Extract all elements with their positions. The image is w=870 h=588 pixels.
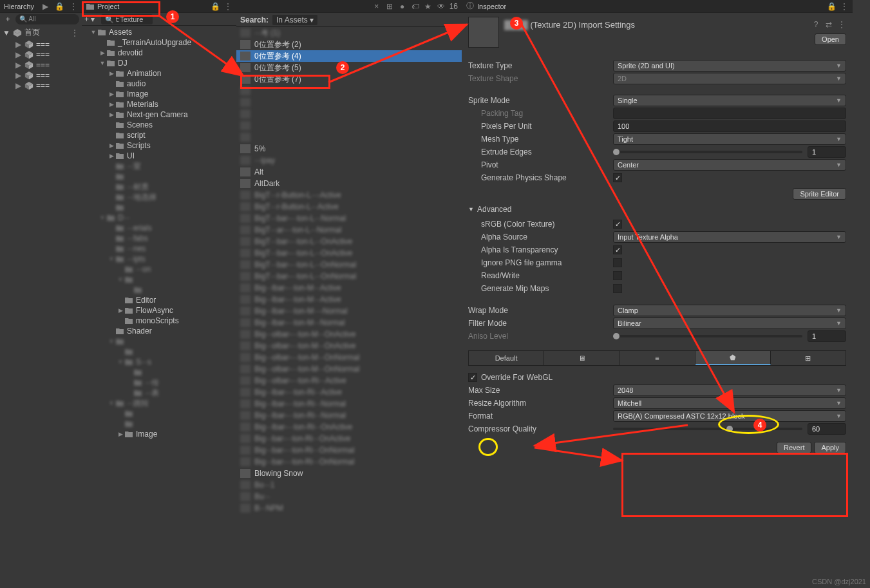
search-result-item[interactable]: Big···lbar-···ton-Ri···Normal xyxy=(236,410,462,421)
tree-item[interactable]: script xyxy=(82,130,236,140)
search-result-item[interactable]: B···NPM xyxy=(236,502,462,514)
search-result-item[interactable]: Big···lbar-···ton-M···Active xyxy=(236,294,462,305)
packing-tag-input[interactable] xyxy=(613,108,846,119)
readwrite-checkbox[interactable] xyxy=(613,271,622,280)
platform-tab-windows[interactable]: ⊞ xyxy=(771,351,846,365)
filter-icon[interactable]: ● xyxy=(398,2,407,11)
hidden-icon[interactable]: 👁 xyxy=(437,2,446,11)
search-result-item[interactable]: Bo···1 xyxy=(236,479,462,491)
lock-icon[interactable]: 🔒 xyxy=(827,2,836,11)
link-icon[interactable]: ▶ xyxy=(41,2,50,11)
search-result-item[interactable]: ···考 (1) xyxy=(236,27,462,39)
tree-item[interactable]: ▶Animation xyxy=(82,68,236,79)
ppu-input[interactable] xyxy=(613,120,846,132)
search-result-item[interactable]: Big···olbar-···ton-M···OnNormal xyxy=(236,363,462,375)
pivot-dropdown[interactable]: Center▼ xyxy=(613,159,846,171)
tree-item[interactable]: ▼ xyxy=(82,336,236,346)
search-result-item[interactable]: BigT···bar-···ton-L···OnActive xyxy=(236,236,462,247)
hierarchy-item[interactable]: ▶=== xyxy=(0,39,82,50)
search-result-item[interactable]: BigT···ar-···ton-L···Normal xyxy=(236,224,462,236)
menu-icon[interactable]: ⋮ xyxy=(837,20,846,29)
tree-item[interactable]: ···on xyxy=(82,264,236,274)
tree-item[interactable]: ···erials xyxy=(82,223,236,233)
generate-physics-checkbox[interactable] xyxy=(613,173,622,182)
texture-type-dropdown[interactable]: Sprite (2D and UI)▼ xyxy=(613,60,846,71)
close-search-icon[interactable]: × xyxy=(372,2,381,11)
tree-item[interactable]: ▶devotid xyxy=(82,48,236,58)
search-result-item[interactable] xyxy=(236,97,462,108)
quality-input[interactable] xyxy=(808,423,846,435)
filter-mode-dropdown[interactable]: Bilinear▼ xyxy=(613,318,846,329)
tree-item[interactable] xyxy=(82,367,236,377)
override-checkbox[interactable] xyxy=(468,373,477,382)
search-result-item[interactable]: Big···lbar-···ton-M···-Normal xyxy=(236,305,462,317)
lock-icon[interactable]: 🔒 xyxy=(211,2,220,11)
search-result-item[interactable]: Big···olbar-···ton-M···OnActive xyxy=(236,328,462,340)
search-result-item[interactable]: 0位置参考 (7) xyxy=(236,73,462,85)
add-icon[interactable]: + ▾ xyxy=(84,15,97,24)
tree-item[interactable]: ▶FlowAsync xyxy=(82,305,236,316)
menu-icon[interactable]: ⋮ xyxy=(70,28,79,37)
search-result-item[interactable]: Big···bar-···ton-Ri···OnActive xyxy=(236,433,462,444)
menu-icon[interactable]: ⋮ xyxy=(223,2,232,11)
search-result-item[interactable]: Big···lbar-···ton-M···Active xyxy=(236,282,462,294)
inspector-tab-header[interactable]: ⓘ Inspector 🔒 ⋮ xyxy=(462,0,853,13)
alpha-trans-checkbox[interactable] xyxy=(613,245,622,254)
tree-item[interactable]: ▶UI xyxy=(82,151,236,161)
search-scope-dropdown[interactable]: In Assets ▾ xyxy=(272,15,317,25)
project-search-input[interactable]: 🔍 t:Texture xyxy=(101,14,153,24)
apply-button[interactable]: Apply xyxy=(814,442,846,453)
tag-icon[interactable]: 🏷 xyxy=(411,2,420,11)
search-result-item[interactable]: Big···lbar-···ton-M···Normal xyxy=(236,317,462,328)
tree-item[interactable]: ▼DJ xyxy=(82,58,236,68)
search-result-item[interactable]: BigT···r-Button-L···-Active xyxy=(236,189,462,201)
aniso-slider[interactable] xyxy=(613,335,802,337)
mesh-type-dropdown[interactable]: Tight▼ xyxy=(613,133,846,145)
search-result-item[interactable]: Big···lbar-···ton-Ri···OnActive xyxy=(236,421,462,433)
search-result-item[interactable]: ···ipay xyxy=(236,155,462,166)
tree-item[interactable]: ···nes xyxy=(82,243,236,254)
tree-item[interactable] xyxy=(82,202,236,213)
extrude-input[interactable] xyxy=(808,146,846,158)
hierarchy-item[interactable]: ▶=== xyxy=(0,60,82,70)
tree-item[interactable]: monoScripts xyxy=(82,316,236,326)
search-result-item[interactable] xyxy=(236,85,462,97)
search-result-item[interactable]: Big···bar-···ton-Ri···OnNormal xyxy=(236,444,462,456)
revert-button[interactable]: Revert xyxy=(777,442,811,453)
extrude-slider[interactable] xyxy=(613,151,802,153)
tree-item[interactable]: ▼S···s xyxy=(82,357,236,367)
tree-item[interactable]: ···表 xyxy=(82,388,236,398)
hierarchy-item[interactable]: ▶=== xyxy=(0,70,82,81)
tree-item[interactable]: audio xyxy=(82,79,236,89)
format-dropdown[interactable]: RGB(A) Compressed ASTC 12x12 block▼ xyxy=(613,410,846,422)
search-result-item[interactable] xyxy=(236,108,462,120)
tree-item[interactable] xyxy=(82,346,236,357)
tree-item[interactable]: ···传 xyxy=(82,377,236,388)
menu-icon[interactable]: ⋮ xyxy=(69,2,78,11)
search-result-item[interactable]: 0位置参考 (5) xyxy=(236,62,462,73)
hierarchy-item[interactable]: ▶=== xyxy=(0,81,82,91)
star-icon[interactable]: ★ xyxy=(424,2,433,11)
search-result-item[interactable]: BigT···bar-···ton-L···OnActive xyxy=(236,247,462,259)
sprite-mode-dropdown[interactable]: Single▼ xyxy=(613,95,846,106)
tree-item[interactable]: ▼ xyxy=(82,274,236,285)
search-result-item[interactable]: Big···bar-···ton-Ri···OnNormal xyxy=(236,456,462,468)
tree-item[interactable] xyxy=(82,419,236,429)
tree-item[interactable]: ▶Image xyxy=(82,429,236,439)
search-result-item[interactable]: BigT···bar-···ton-L···OnNormal xyxy=(236,259,462,270)
wrap-mode-dropdown[interactable]: Clamp▼ xyxy=(613,305,846,316)
search-result-item[interactable]: 5% xyxy=(236,143,462,155)
tree-item[interactable]: ▶Next-gen Camera xyxy=(82,109,236,120)
platform-tab-webgl[interactable]: ⬟ xyxy=(695,351,771,365)
platform-tab-default[interactable]: Default xyxy=(469,351,544,365)
tree-item[interactable]: Scenes xyxy=(82,120,236,130)
tree-item[interactable]: ···室 xyxy=(82,161,236,171)
tree-item[interactable]: ▶Meterials xyxy=(82,99,236,109)
tree-item[interactable]: ···fabs xyxy=(82,233,236,243)
search-result-item[interactable]: Bu··· xyxy=(236,491,462,502)
platform-tab-standalone[interactable]: 🖥 xyxy=(544,351,619,365)
search-result-item[interactable]: Big···olbar-···ton-M···OnActive xyxy=(236,340,462,352)
tree-item[interactable]: Editor xyxy=(82,295,236,305)
search-result-item[interactable]: 0位置参考 (2) xyxy=(236,39,462,50)
quality-slider[interactable] xyxy=(613,428,802,430)
